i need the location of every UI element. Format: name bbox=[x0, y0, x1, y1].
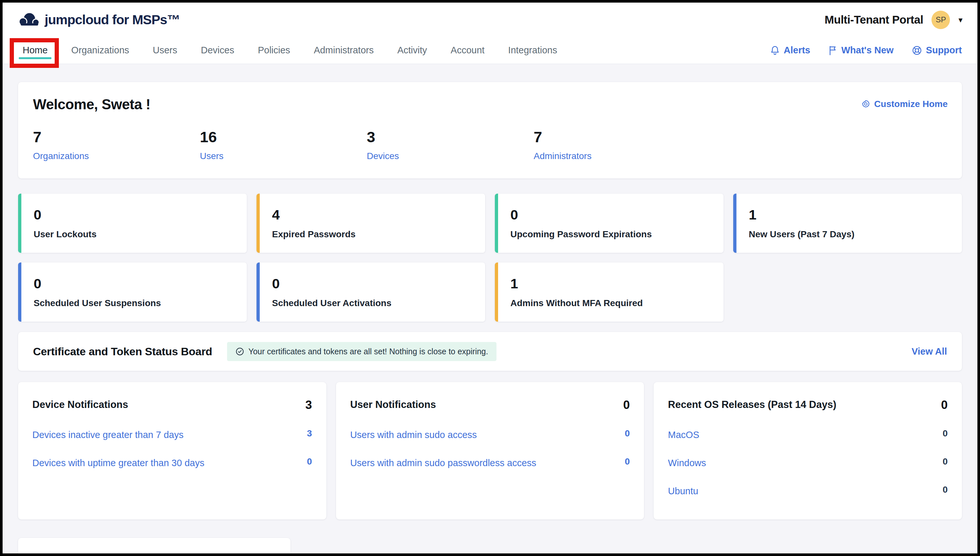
list-item: Ubuntu 0 bbox=[668, 484, 948, 498]
life-ring-icon bbox=[912, 45, 922, 56]
welcome-card: Welcome, Sweta ! Customize Home 7 Organi… bbox=[18, 82, 962, 178]
status-value: 0 bbox=[34, 276, 247, 292]
top-header: jumpcloud for MSPs™ Multi-Tenant Portal … bbox=[3, 3, 977, 37]
item-count: 0 bbox=[625, 428, 630, 439]
card-upcoming-password-expirations[interactable]: 0 Upcoming Password Expirations bbox=[495, 194, 724, 253]
panel-title: User Notifications bbox=[350, 399, 436, 411]
card-scheduled-user-suspensions[interactable]: 0 Scheduled User Suspensions bbox=[18, 262, 247, 322]
certificate-status-board: Certificate and Token Status Board Your … bbox=[18, 332, 962, 371]
stat-link-devices[interactable]: Devices bbox=[367, 151, 399, 161]
alerts-label: Alerts bbox=[784, 45, 810, 56]
status-value: 4 bbox=[272, 207, 485, 223]
alerts-button[interactable]: Alerts bbox=[770, 45, 810, 56]
cert-board-title: Certificate and Token Status Board bbox=[33, 345, 212, 358]
card-user-lockouts[interactable]: 0 User Lockouts bbox=[18, 194, 247, 253]
device-notifications-panel: Device Notifications 3 Devices inactive … bbox=[18, 382, 326, 519]
status-value: 0 bbox=[272, 276, 485, 292]
status-label: User Lockouts bbox=[34, 229, 247, 239]
stat-value: 7 bbox=[534, 128, 701, 146]
tab-home[interactable]: Home bbox=[23, 37, 47, 64]
status-label: Admins Without MFA Required bbox=[510, 298, 724, 309]
item-count: 0 bbox=[943, 428, 948, 439]
panel-total: 0 bbox=[623, 399, 630, 411]
jumpcloud-cloud-icon bbox=[19, 11, 40, 28]
customize-home-label: Customize Home bbox=[874, 99, 948, 109]
devices-inactive-link[interactable]: Devices inactive greater than 7 days bbox=[32, 428, 183, 442]
tab-account[interactable]: Account bbox=[450, 37, 484, 64]
status-label: Scheduled User Activations bbox=[272, 298, 485, 309]
list-item: MacOS 0 bbox=[668, 428, 948, 442]
panel-total: 0 bbox=[941, 399, 948, 411]
whats-new-label: What's New bbox=[841, 45, 894, 56]
card-expired-passwords[interactable]: 4 Expired Passwords bbox=[256, 194, 485, 253]
devices-uptime-link[interactable]: Devices with uptime greater than 30 days bbox=[32, 456, 204, 470]
check-circle-icon bbox=[235, 347, 244, 356]
list-item: Windows 0 bbox=[668, 456, 948, 470]
status-cards-row-2: 0 Scheduled User Suspensions 0 Scheduled… bbox=[18, 262, 962, 322]
item-count: 0 bbox=[307, 456, 312, 467]
list-item: Devices with uptime greater than 30 days… bbox=[32, 456, 312, 470]
windows-link[interactable]: Windows bbox=[668, 456, 706, 470]
status-value: 0 bbox=[510, 207, 724, 223]
stat-value: 16 bbox=[200, 128, 367, 146]
status-value: 1 bbox=[749, 207, 962, 223]
status-cards-row-1: 0 User Lockouts 4 Expired Passwords 0 Up… bbox=[18, 194, 962, 253]
card-admins-without-mfa[interactable]: 1 Admins Without MFA Required bbox=[495, 262, 724, 322]
panel-title: Device Notifications bbox=[32, 399, 128, 411]
tab-activity[interactable]: Activity bbox=[397, 37, 427, 64]
status-label: Scheduled User Suspensions bbox=[34, 298, 247, 309]
list-item: Devices inactive greater than 7 days 3 bbox=[32, 428, 312, 442]
list-item: Users with admin sudo passwordless acces… bbox=[350, 456, 630, 470]
open-alerts-card: Open Alerts Go To Alerts Dashboard bbox=[18, 538, 290, 556]
ubuntu-link[interactable]: Ubuntu bbox=[668, 484, 698, 498]
cert-status-message: Your certificates and tokens are all set… bbox=[248, 347, 488, 356]
users-sudo-access-link[interactable]: Users with admin sudo access bbox=[350, 428, 477, 442]
status-label: Expired Passwords bbox=[272, 229, 485, 239]
stat-value: 3 bbox=[367, 128, 534, 146]
tab-integrations[interactable]: Integrations bbox=[508, 37, 557, 64]
support-button[interactable]: Support bbox=[912, 45, 962, 56]
stat-link-administrators[interactable]: Administrators bbox=[534, 151, 591, 161]
tab-devices[interactable]: Devices bbox=[201, 37, 234, 64]
tab-organizations[interactable]: Organizations bbox=[71, 37, 129, 64]
macos-link[interactable]: MacOS bbox=[668, 428, 699, 442]
stat-link-organizations[interactable]: Organizations bbox=[33, 151, 89, 161]
item-count: 0 bbox=[943, 484, 948, 495]
stat-link-users[interactable]: Users bbox=[200, 151, 224, 161]
welcome-title: Welcome, Sweta ! bbox=[33, 96, 947, 113]
user-avatar[interactable]: SP bbox=[931, 11, 950, 29]
status-value: 1 bbox=[510, 276, 724, 292]
panel-total: 3 bbox=[305, 399, 312, 411]
cert-status-badge: Your certificates and tokens are all set… bbox=[227, 342, 496, 361]
flag-icon bbox=[828, 45, 837, 56]
item-count: 0 bbox=[625, 456, 630, 467]
app-window: jumpcloud for MSPs™ Multi-Tenant Portal … bbox=[0, 0, 980, 556]
tab-users[interactable]: Users bbox=[153, 37, 177, 64]
dashboard-content: Welcome, Sweta ! Customize Home 7 Organi… bbox=[3, 82, 977, 556]
item-count: 3 bbox=[307, 428, 312, 439]
card-new-users[interactable]: 1 New Users (Past 7 Days) bbox=[733, 194, 962, 253]
gear-icon bbox=[861, 100, 870, 108]
stat-devices: 3 Devices bbox=[367, 128, 534, 161]
jumpcloud-logo: jumpcloud for MSPs™ bbox=[19, 11, 180, 28]
stat-organizations: 7 Organizations bbox=[33, 128, 200, 161]
stat-users: 16 Users bbox=[200, 128, 367, 161]
list-item: Users with admin sudo access 0 bbox=[350, 428, 630, 442]
item-count: 0 bbox=[943, 456, 948, 467]
users-sudo-passwordless-link[interactable]: Users with admin sudo passwordless acces… bbox=[350, 456, 536, 470]
status-label: Upcoming Password Expirations bbox=[510, 229, 724, 239]
bell-icon bbox=[770, 45, 780, 56]
stat-administrators: 7 Administrators bbox=[534, 128, 701, 161]
portal-title: Multi-Tenant Portal bbox=[825, 13, 923, 26]
tab-policies[interactable]: Policies bbox=[258, 37, 290, 64]
tab-administrators[interactable]: Administrators bbox=[314, 37, 374, 64]
view-all-link[interactable]: View All bbox=[912, 346, 947, 357]
whats-new-button[interactable]: What's New bbox=[828, 45, 894, 56]
stat-value: 7 bbox=[33, 128, 200, 146]
avatar-dropdown-caret-icon[interactable]: ▾ bbox=[958, 16, 962, 24]
customize-home-button[interactable]: Customize Home bbox=[861, 99, 948, 109]
panel-title: Recent OS Releases (Past 14 Days) bbox=[668, 399, 836, 411]
status-label: New Users (Past 7 Days) bbox=[749, 229, 962, 239]
main-nav: Home Organizations Users Devices Policie… bbox=[3, 37, 977, 64]
card-scheduled-user-activations[interactable]: 0 Scheduled User Activations bbox=[256, 262, 485, 322]
